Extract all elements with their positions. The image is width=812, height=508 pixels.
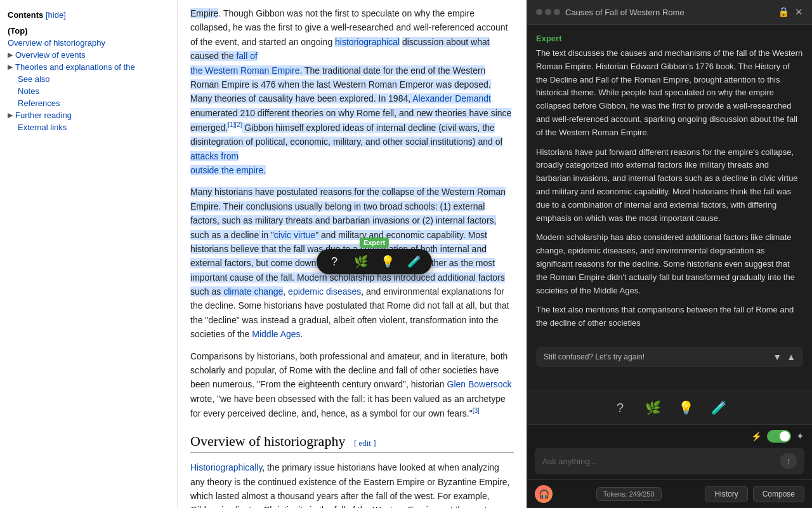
expert-badge: Expert — [536, 34, 803, 43]
link-epidemic[interactable]: epidemic diseases — [288, 286, 361, 297]
expert-para-1: The text discusses the causes and mechan… — [536, 47, 803, 140]
sidebar-link-see-also[interactable]: See also — [18, 74, 50, 84]
dot-3 — [554, 9, 560, 15]
link-attacks[interactable]: attacks fromoutside the empire — [190, 151, 263, 175]
link-historiographical[interactable]: historiographical — [335, 37, 400, 47]
toolbar-leaf-btn[interactable]: 🌿 — [352, 253, 370, 271]
still-confused-right: ▼ ▲ — [773, 352, 796, 362]
ask-input[interactable] — [542, 457, 775, 466]
dot-2 — [545, 9, 551, 15]
link-civic-virtue[interactable]: civic virtue — [274, 230, 315, 240]
paragraph-1: Empire. Though Gibbon was not the first … — [190, 6, 514, 177]
ask-input-container: ↑ — [535, 448, 804, 474]
section-edit-link[interactable]: [ edit ] — [354, 438, 376, 448]
expert-para-4: The text also mentions that comparisons … — [536, 304, 803, 330]
section-title-overview: Overview of historiography [ edit ] — [190, 433, 514, 453]
toolbar-label: Expert — [360, 237, 389, 248]
sidebar-arrow-theories[interactable]: ▶ — [8, 63, 13, 71]
panel-header-left: Causes of Fall of Western Rome — [536, 8, 684, 17]
panel-close-btn[interactable]: ✕ — [795, 6, 803, 18]
sidebar-link-references[interactable]: References — [18, 98, 60, 108]
auto-toggle[interactable] — [767, 430, 791, 443]
sidebar-item-theories[interactable]: ▶ Theories and explanations of the — [8, 61, 169, 73]
avatar: 🎧 — [535, 485, 553, 503]
expert-section: Expert The text discusses the causes and… — [536, 34, 803, 337]
panel-footer: 🎧 Tokens: 249/250 History Compose — [527, 479, 812, 508]
sidebar-item-see-also[interactable]: See also — [8, 73, 169, 85]
sidebar-link-notes[interactable]: Notes — [18, 86, 39, 96]
link-middle-ages[interactable]: Middle Ages — [252, 329, 300, 339]
sidebar-link-external-links[interactable]: External links — [18, 123, 67, 132]
expert-para-2: Historians have put forward different re… — [536, 146, 803, 225]
action-flask-btn[interactable]: 🧪 — [708, 396, 731, 419]
link-historiographically[interactable]: Historiographically — [190, 462, 262, 472]
lightning-icon: ⚡ — [751, 431, 762, 441]
tokens-badge: Tokens: 249/250 — [596, 487, 662, 501]
contents-label: Contents — [8, 10, 43, 20]
paragraph-3: Comparisons by historians, both professi… — [190, 349, 514, 421]
expert-text: The text discusses the causes and mechan… — [536, 47, 803, 330]
toolbar-question-btn[interactable]: ? — [325, 253, 343, 271]
dot-1 — [536, 9, 542, 15]
highlight-empire: Empire — [190, 8, 218, 18]
sup-3: [3] — [473, 407, 480, 414]
sidebar-link-overview-historiography[interactable]: Overview of historiography — [8, 38, 105, 48]
settings-btn[interactable]: ✦ — [796, 431, 804, 442]
sidebar-link-theories[interactable]: Theories and explanations of the — [15, 62, 135, 72]
sidebar-arrow-further[interactable]: ▶ — [8, 111, 13, 119]
sidebar-item-overview-events[interactable]: ▶ Overview of events — [8, 49, 169, 61]
edit-link[interactable]: [ edit ] — [354, 438, 376, 448]
compose-btn[interactable]: Compose — [753, 486, 804, 502]
paragraph-4: Historiographically, the primary issue h… — [190, 460, 514, 508]
panel-lock-btn[interactable]: 🔒 — [778, 6, 790, 18]
hide-link[interactable]: [hide] — [46, 10, 66, 20]
sup-1: [1][2] — [228, 121, 242, 128]
action-bulb-btn[interactable]: 💡 — [675, 396, 698, 419]
panel-body: Expert The text discusses the causes and… — [527, 25, 812, 391]
right-panel: Causes of Fall of Western Rome 🔒 ✕ Exper… — [527, 0, 812, 508]
panel-dots — [536, 9, 560, 15]
still-confused-bar: Still confused? Let's try again! ▼ ▲ — [536, 347, 803, 367]
link-alexander-demandt[interactable]: Alexander Demandt — [412, 93, 491, 104]
link-glen-bowersock[interactable]: Glen Bowersock — [447, 379, 512, 389]
panel-header: Causes of Fall of Western Rome 🔒 ✕ — [527, 0, 812, 25]
expert-para-3: Modern scholarship has also considered a… — [536, 231, 803, 297]
action-leaf-btn[interactable]: 🌿 — [642, 396, 665, 419]
panel-input-row: ⚡ ✦ — [535, 430, 804, 443]
history-btn[interactable]: History — [705, 486, 747, 502]
sidebar-item-further-reading[interactable]: ▶ Further reading — [8, 109, 169, 121]
sidebar-item-top[interactable]: (Top) — [8, 25, 169, 37]
toggle-knob — [780, 431, 790, 441]
sidebar-item-references[interactable]: References — [8, 97, 169, 109]
send-btn[interactable]: ↑ — [780, 453, 797, 469]
chevron-up-btn[interactable]: ▲ — [787, 352, 796, 362]
panel-input-area: ⚡ ✦ ↑ — [527, 424, 812, 479]
toolbar-flask-btn[interactable]: 🧪 — [405, 253, 423, 271]
panel-title: Causes of Fall of Western Rome — [565, 8, 684, 17]
panel-actions: ? 🌿 💡 🧪 — [527, 391, 812, 424]
still-confused-text: Still confused? Let's try again! — [544, 352, 645, 361]
sidebar: Contents [hide] (Top) Overview of histor… — [0, 0, 178, 508]
sidebar-arrow-events[interactable]: ▶ — [8, 51, 13, 59]
panel-header-right: 🔒 ✕ — [778, 6, 803, 18]
footer-buttons: History Compose — [705, 486, 804, 502]
sidebar-item-external-links[interactable]: External links — [8, 121, 169, 133]
contents-title: Contents [hide] — [8, 10, 169, 20]
action-question-btn[interactable]: ? — [609, 396, 632, 419]
sidebar-item-overview-historiography[interactable]: Overview of historiography — [8, 37, 169, 49]
floating-toolbar: Expert ? 🌿 💡 🧪 — [317, 249, 432, 274]
chevron-down-btn[interactable]: ▼ — [773, 352, 782, 362]
avatar-icon: 🎧 — [539, 489, 549, 499]
sidebar-item-notes[interactable]: Notes — [8, 85, 169, 97]
sidebar-link-further-reading[interactable]: Further reading — [15, 110, 72, 120]
link-climate-change[interactable]: climate change — [223, 286, 283, 297]
toolbar-bulb-btn[interactable]: 💡 — [379, 253, 396, 271]
sidebar-link-overview-events[interactable]: Overview of events — [15, 50, 86, 60]
